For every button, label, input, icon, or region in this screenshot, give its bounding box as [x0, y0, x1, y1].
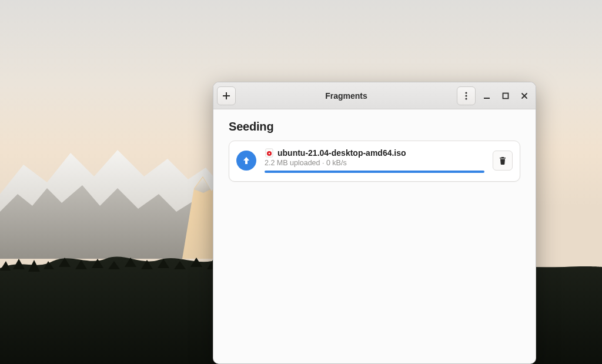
close-button[interactable]	[517, 88, 532, 103]
torrent-filename: ubuntu-21.04-desktop-amd64.iso	[277, 148, 406, 158]
svg-point-1	[465, 92, 467, 93]
minimize-button[interactable]	[479, 88, 494, 103]
fragments-window[interactable]: Fragments Seeding	[213, 82, 536, 364]
minimize-icon	[483, 92, 491, 100]
window-title: Fragments	[236, 91, 457, 101]
progress-bar	[265, 171, 484, 173]
svg-point-2	[465, 95, 467, 96]
torrent-status: 2.2 MB uploaded · 0 kB/s	[265, 159, 484, 167]
disc-image-icon	[265, 148, 274, 158]
remove-torrent-button[interactable]	[493, 151, 513, 171]
kebab-icon	[461, 91, 471, 101]
svg-point-3	[465, 98, 467, 99]
maximize-icon	[501, 92, 510, 100]
maximize-button[interactable]	[498, 88, 513, 103]
upload-icon	[236, 151, 256, 171]
plus-icon	[222, 91, 231, 101]
close-icon	[520, 92, 529, 100]
torrent-body: ubuntu-21.04-desktop-amd64.iso 2.2 MB up…	[265, 148, 484, 173]
headerbar: Fragments	[213, 82, 536, 109]
trash-icon	[498, 156, 507, 165]
progress-fill	[265, 171, 484, 173]
menu-button[interactable]	[457, 86, 476, 105]
svg-rect-5	[503, 93, 509, 98]
content-area: Seeding ubuntu-21.04-desktop-amd64.iso 2…	[213, 109, 536, 363]
add-torrent-button[interactable]	[217, 86, 236, 105]
section-heading-seeding: Seeding	[229, 120, 520, 133]
svg-rect-4	[484, 98, 490, 99]
svg-point-8	[269, 153, 270, 155]
torrent-row[interactable]: ubuntu-21.04-desktop-amd64.iso 2.2 MB up…	[229, 141, 520, 182]
